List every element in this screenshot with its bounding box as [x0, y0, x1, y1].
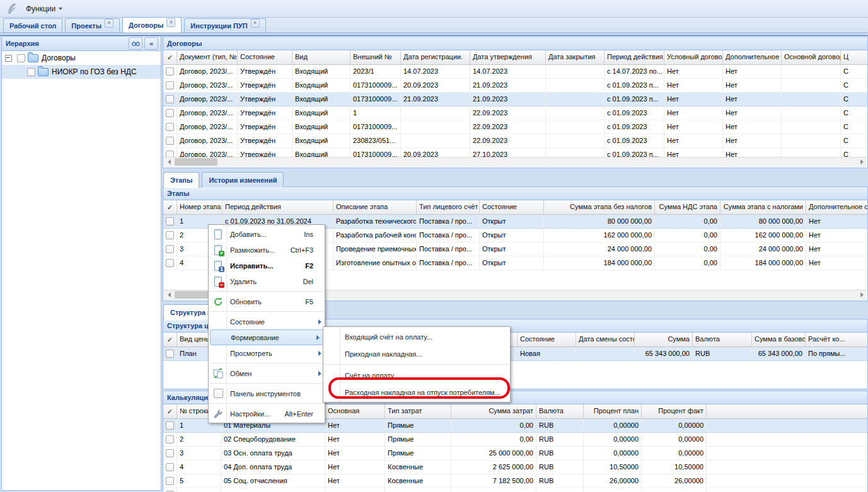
grid-row[interactable]: 404 Доп. оплата трудаНетКосвенные2 625 0… [163, 461, 867, 474]
grid-header-check[interactable]: ✓ [163, 50, 177, 64]
grid-row[interactable]: Договор, 2023/...УтверждёнВходящий2023/1… [163, 65, 867, 79]
grid-header-check[interactable]: ✓ [163, 333, 177, 346]
grid-row[interactable]: 303 Осн. оплата трудаНетПрямые25 000 000… [163, 447, 867, 461]
context-menu-item[interactable]: Обмен [209, 365, 325, 381]
grid-header-cell[interactable]: Состояние [238, 50, 292, 64]
grid-header-cell[interactable]: Дата регистрации. [401, 50, 470, 64]
grid-header-cell[interactable]: Описание этапа [333, 200, 417, 214]
row-checkbox[interactable] [166, 245, 174, 253]
grid-header-cell[interactable]: Процент план [584, 404, 642, 418]
grid-header-cell[interactable]: Расчёт ко... [806, 333, 868, 346]
collapse-minus-icon[interactable] [5, 55, 12, 62]
grid-header-cell[interactable]: Дата закрытия [546, 50, 605, 64]
row-checkbox[interactable] [166, 463, 174, 471]
grid-header-cell[interactable]: Дополнительное с [806, 200, 868, 214]
context-menu-item[interactable]: Входящий счёт на оплату... [323, 328, 510, 345]
context-menu-item[interactable]: Формирование [210, 329, 323, 345]
row-checkbox[interactable] [166, 350, 174, 358]
grid-row[interactable]: Договор, 2023/...УтверждёнВходящий230823… [163, 134, 867, 148]
search-binoculars-button[interactable] [129, 37, 142, 50]
context-menu-item[interactable]: +Размножить...Ctrl+F3 [209, 242, 325, 258]
tree-checkbox[interactable] [17, 54, 25, 62]
grid-header-cell[interactable]: Валюта [536, 404, 584, 418]
grid-header-cell[interactable]: Состояние [518, 333, 576, 346]
grid-header-cell[interactable]: Сумма НДС этапа [655, 200, 720, 214]
grid-header-cell[interactable]: Валюта [693, 333, 752, 346]
tab-close-icon[interactable]: × [251, 19, 260, 28]
grid-row[interactable]: 606 ...НетПрямые0,00RUB0,000000,00000 [163, 488, 867, 492]
grid-row[interactable]: Договор, 2023/...УтверждёнВходящий017310… [163, 120, 867, 134]
grid-header-cell[interactable]: Дата утверждения [470, 50, 546, 64]
grid-header-cell[interactable]: Сумма этапа без налогов [544, 200, 655, 214]
grid-header-cell[interactable]: Ц [841, 50, 868, 64]
grid-header-check[interactable]: ✓ [163, 404, 177, 418]
scroll-left-button[interactable] [164, 157, 174, 166]
grid-header-cell[interactable]: Сумма [635, 333, 693, 346]
tab-close-icon[interactable]: × [166, 18, 175, 27]
grid-header-cell[interactable] [707, 404, 868, 418]
grid-header-cell[interactable]: Тип затрат [385, 404, 451, 418]
row-checkbox[interactable] [166, 137, 174, 145]
tree-node-child[interactable]: НИОКР по ГОЗ без НДС [2, 65, 161, 79]
grid-header-cell[interactable]: Период действия [223, 200, 333, 214]
row-checkbox[interactable] [166, 477, 174, 485]
contracts-horizontal-scrollbar[interactable] [164, 157, 867, 167]
tree-node-label[interactable]: Договоры [42, 54, 76, 62]
grid-header-cell[interactable]: Период действия.. [605, 50, 664, 64]
row-checkbox[interactable] [166, 95, 174, 103]
row-checkbox[interactable] [166, 435, 174, 443]
grid-header-cell[interactable]: Дата смены состоя [576, 333, 635, 346]
grid-row[interactable]: 202 СпецоборудованиеНетПрямые0,00RUB0,00… [163, 433, 867, 447]
grid-header-cell[interactable]: Процент факт [642, 404, 707, 418]
grid-header-cell[interactable]: Сумма этапа с налогами [720, 200, 806, 214]
tab-item[interactable]: Рабочий стол [3, 18, 62, 33]
tab-item[interactable]: Инструкции ПУП× [184, 18, 265, 33]
grid-header-cell[interactable]: Сумма затрат [451, 404, 536, 418]
scroll-right-button[interactable] [857, 290, 867, 299]
row-checkbox[interactable] [166, 109, 174, 117]
grid-header-cell[interactable]: Условный договор [664, 50, 723, 64]
context-menu-item[interactable]: 1Исправить...F2 [209, 258, 325, 273]
grid-header-cell[interactable]: Внешний № [350, 50, 401, 64]
context-menu-item[interactable]: −УдалитьDel [209, 273, 325, 289]
grid-header-cell[interactable]: Дополнительное с [723, 50, 782, 64]
tab-close-icon[interactable]: × [105, 19, 113, 28]
tab-item[interactable]: Проекты× [65, 18, 120, 33]
grid-header-cell[interactable]: Состояние [480, 200, 544, 214]
tree-node-root[interactable]: Договоры [2, 51, 161, 65]
grid-header-cell[interactable]: Тип лицевого счёт [417, 200, 480, 214]
row-checkbox[interactable] [166, 449, 174, 457]
row-checkbox[interactable] [166, 421, 174, 430]
context-menu-item[interactable]: Панель инструментов [209, 386, 325, 401]
grid-header-cell[interactable]: Сумма в базовой в [752, 333, 806, 346]
grid-header-cell[interactable]: Документ (тип, № [177, 50, 238, 64]
grid-row[interactable]: Договор, 2023/...УтверждёнВходящий017310… [163, 93, 867, 106]
context-menu-item[interactable]: Просмотреть [209, 345, 325, 361]
row-checkbox[interactable] [166, 231, 174, 239]
row-checkbox[interactable] [166, 217, 174, 226]
scroll-right-button[interactable] [857, 157, 867, 166]
context-menu-item[interactable]: Добавить...Ins [209, 226, 325, 242]
row-checkbox[interactable] [166, 259, 174, 267]
context-menu-item[interactable]: ОбновитьF5 [209, 294, 325, 309]
context-menu-item[interactable]: Настройки...Alt+Enter [209, 406, 325, 421]
grid-row[interactable]: Договор, 2023/...УтверждёнВходящий017310… [163, 79, 867, 93]
row-checkbox[interactable] [166, 81, 174, 89]
context-menu-item[interactable]: Приходная накладная... [323, 345, 510, 362]
row-checkbox[interactable] [166, 67, 174, 76]
collapse-panel-button[interactable]: « [144, 37, 158, 50]
grid-header-check[interactable]: ✓ [163, 200, 177, 214]
menubar-item[interactable]: Функции [20, 2, 78, 16]
row-checkbox[interactable] [166, 123, 174, 131]
tree-node-label[interactable]: НИОКР по ГОЗ без НДС [52, 67, 137, 76]
grid-header-cell[interactable]: Номер этапа [177, 200, 223, 214]
scrollbar-thumb[interactable] [175, 158, 217, 166]
grid-header-cell[interactable]: Вид [292, 50, 350, 64]
tab-active[interactable]: Договоры× [122, 17, 182, 33]
grid-header-cell[interactable]: Основная [325, 404, 385, 418]
tab-Этапы[interactable]: Этапы [163, 172, 199, 188]
scroll-left-button[interactable] [164, 290, 174, 299]
context-menu-item[interactable]: Состояние [209, 314, 325, 329]
grid-row[interactable]: Договор, 2023/...УтверждёнВходящий122.09… [163, 106, 867, 120]
tab-История изменений[interactable]: История изменений [202, 172, 284, 187]
